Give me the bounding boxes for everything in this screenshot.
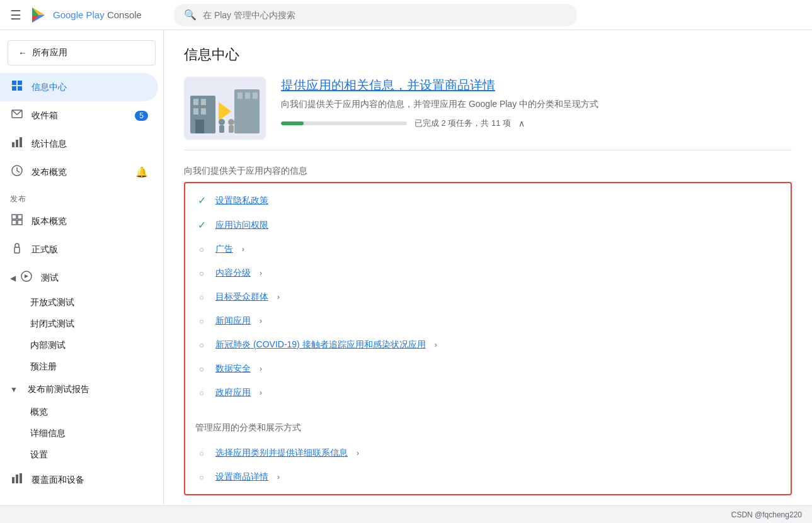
task-status-pending: ○ (195, 472, 208, 482)
sidebar-item-label: 发布概览 (31, 167, 67, 178)
logo-area: Google Play Console (29, 6, 142, 25)
sidebar-item-label: 版本概览 (31, 216, 67, 227)
task-label[interactable]: 选择应用类别并提供详细联系信息 (215, 447, 348, 459)
svg-rect-30 (237, 93, 243, 99)
svg-rect-28 (195, 120, 204, 133)
svg-rect-13 (12, 215, 16, 219)
svg-point-36 (228, 119, 234, 125)
task-status-pending: ○ (195, 292, 208, 302)
svg-rect-32 (253, 93, 258, 99)
task-label[interactable]: 应用访问权限 (215, 220, 268, 231)
sidebar-sub-item-closed-test[interactable]: 封闭式测试 (0, 313, 158, 335)
task-label[interactable]: 政府应用 (215, 387, 251, 398)
notification-icon: 🔔 (135, 166, 148, 178)
task-status-pending: ○ (195, 388, 208, 398)
inbox-icon (10, 108, 24, 123)
task-item-content-rating[interactable]: ○ 内容分级 › (185, 261, 791, 285)
sidebar-sub-label: 开放式测试 (30, 297, 74, 308)
task-label[interactable]: 数据安全 (215, 363, 251, 374)
search-input[interactable] (203, 10, 567, 20)
task-chevron-icon: › (435, 340, 437, 349)
task-status-pending: ○ (195, 244, 208, 254)
banner-illustration (184, 77, 266, 140)
publish-overview-icon (10, 164, 24, 180)
task-label[interactable]: 内容分级 (215, 267, 251, 279)
sidebar-item-coverage[interactable]: 覆盖面和设备 (0, 466, 158, 494)
task-item-news-app[interactable]: ○ 新闻应用 › (185, 309, 791, 333)
sidebar-sub-item-details[interactable]: 详细信息 (0, 423, 158, 444)
sidebar-item-pre-launch[interactable]: ▼ 发布前测试报告 (0, 378, 163, 402)
sidebar-sub-item-overview[interactable]: 概览 (0, 402, 158, 423)
sidebar-item-info-center[interactable]: 信息中心 (0, 73, 158, 101)
task-chevron-icon: › (277, 473, 280, 481)
menu-icon[interactable]: ☰ (10, 8, 21, 23)
sidebar-item-test[interactable]: ◀ 测试 (0, 264, 163, 292)
main-content: 信息中心 (164, 30, 812, 505)
sidebar-sub-label: 内部测试 (30, 340, 66, 351)
task-item-access-permission[interactable]: ✓ 应用访问权限 (185, 213, 791, 237)
test-icon (20, 270, 33, 286)
sidebar-back-button[interactable]: ← 所有应用 (8, 40, 156, 65)
topbar: ☰ Google Play Console 🔍 (0, 0, 812, 30)
inbox-badge: 5 (135, 111, 148, 121)
sidebar-item-label: 覆盖面和设备 (31, 475, 84, 486)
svg-rect-14 (18, 215, 22, 219)
official-icon (10, 242, 24, 257)
search-icon: 🔍 (184, 9, 197, 21)
sidebar: ← 所有应用 信息中心 收件箱 5 统计信息 (0, 30, 164, 505)
sidebar-item-publish-overview[interactable]: 发布概览 🔔 (0, 158, 158, 186)
svg-rect-15 (12, 220, 16, 225)
banner-text: 提供应用的相关信息，并设置商品详情 向我们提供关于应用内容的信息，并管理应用在 … (281, 77, 792, 129)
sidebar-sub-label: 详细信息 (30, 428, 66, 439)
back-arrow-icon: ← (18, 48, 27, 58)
svg-rect-35 (219, 125, 224, 133)
svg-rect-24 (193, 99, 198, 105)
task-item-select-category[interactable]: ○ 选择应用类别并提供详细联系信息 › (185, 441, 791, 465)
task-label[interactable]: 新闻应用 (215, 315, 251, 327)
task-item-privacy-policy[interactable]: ✓ 设置隐私政策 (185, 188, 791, 213)
search-bar[interactable]: 🔍 (174, 4, 577, 26)
progress-collapse-icon[interactable]: ∧ (518, 118, 525, 128)
svg-rect-16 (18, 220, 22, 225)
sidebar-item-label: 发布前测试报告 (28, 384, 89, 395)
sidebar-item-label: 收件箱 (31, 110, 58, 121)
sidebar-item-version-overview[interactable]: 版本概览 (0, 207, 158, 235)
sidebar-sub-label: 设置 (30, 449, 48, 461)
task-label[interactable]: 设置商品详情 (215, 471, 268, 483)
task-label[interactable]: 广告 (215, 244, 233, 255)
task-status-pending: ○ (195, 364, 208, 374)
sidebar-item-stats[interactable]: 统计信息 (0, 130, 158, 158)
svg-rect-25 (201, 99, 206, 105)
task-item-store-details[interactable]: ○ 设置商品详情 › (185, 465, 791, 489)
task-status-pending: ○ (195, 448, 208, 458)
task-item-ads[interactable]: ○ 广告 › (185, 237, 791, 261)
task-item-data-security[interactable]: ○ 数据安全 › (185, 357, 791, 381)
sidebar-sub-label: 概览 (30, 407, 48, 418)
task-label[interactable]: 设置隐私政策 (215, 195, 268, 206)
svg-rect-20 (16, 475, 18, 483)
banner-card: 提供应用的相关信息，并设置商品详情 向我们提供关于应用内容的信息，并管理应用在 … (184, 77, 792, 150)
sidebar-sub-label: 封闭式测试 (30, 318, 74, 330)
task-chevron-icon: › (242, 245, 244, 254)
svg-rect-27 (201, 108, 206, 115)
svg-rect-7 (18, 86, 22, 91)
sidebar-item-official[interactable]: 正式版 (0, 235, 158, 264)
task-item-covid19[interactable]: ○ 新冠肺炎 (COVID-19) 接触者追踪应用和感染状况应用 › (185, 333, 791, 357)
sidebar-sub-item-internal-test[interactable]: 内部测试 (0, 335, 158, 356)
svg-rect-11 (20, 137, 22, 147)
sidebar-item-label: 信息中心 (31, 82, 67, 93)
task-chevron-icon: › (260, 269, 262, 278)
task-label[interactable]: 目标受众群体 (215, 291, 268, 303)
sidebar-sub-item-settings[interactable]: 设置 (0, 444, 158, 466)
progress-bar-fill (281, 121, 304, 125)
sidebar-sub-item-preregister[interactable]: 预注册 (0, 356, 158, 378)
sidebar-sub-item-open-test[interactable]: 开放式测试 (0, 292, 158, 313)
test-collapse-arrow: ◀ (10, 274, 16, 283)
task-item-gov-app[interactable]: ○ 政府应用 › (185, 381, 791, 405)
task-label[interactable]: 新冠肺炎 (COVID-19) 接触者追踪应用和感染状况应用 (215, 339, 426, 351)
svg-rect-9 (12, 142, 14, 147)
section1-label: 向我们提供关于应用内容的信息 (184, 166, 792, 177)
sidebar-item-inbox[interactable]: 收件箱 5 (0, 101, 158, 130)
task-item-target-audience[interactable]: ○ 目标受众群体 › (185, 285, 791, 309)
bottom-bar: CSDN @fqcheng220 (0, 505, 812, 523)
